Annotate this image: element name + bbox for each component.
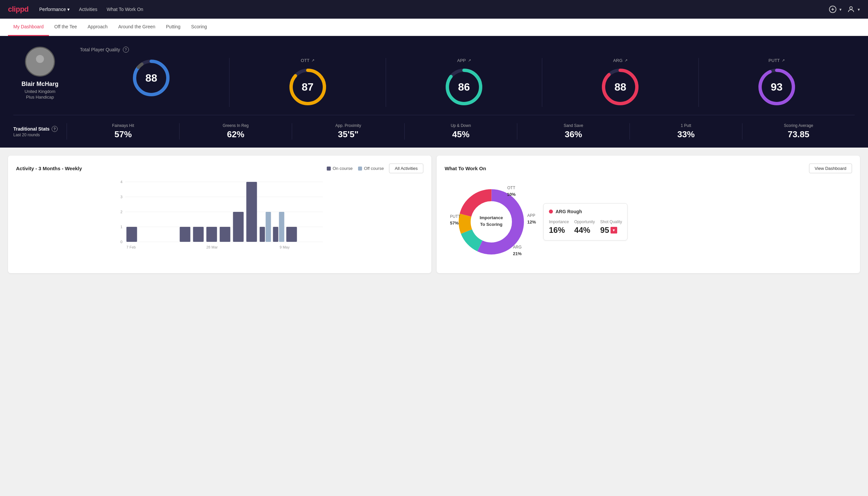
- tab-my-dashboard[interactable]: My Dashboard: [8, 19, 49, 36]
- svg-text:4: 4: [120, 180, 122, 184]
- gauge-ott-value: 87: [302, 81, 314, 93]
- scores-grid: 88 OTT ↗ 87: [80, 58, 855, 107]
- stat-fairways-hit: Fairways Hit 57%: [67, 123, 179, 140]
- app-logo[interactable]: clippd: [8, 5, 29, 14]
- hero-content: Blair McHarg United Kingdom Plus Handica…: [13, 47, 855, 107]
- legend-off-course-dot: [358, 167, 362, 171]
- chart-svg: 4 3 2 1 0: [16, 179, 423, 252]
- svg-rect-36: [266, 212, 271, 242]
- gauge-arg-value: 88: [615, 81, 627, 93]
- tab-around-the-green[interactable]: Around the Green: [113, 19, 160, 36]
- nav-what-to-work-on[interactable]: What To Work On: [107, 7, 143, 12]
- metric-opportunity: Opportunity 44%: [574, 219, 595, 235]
- nav-activities[interactable]: Activities: [79, 7, 97, 12]
- hero-section: Blair McHarg United Kingdom Plus Handica…: [0, 36, 868, 148]
- tab-bar: My Dashboard Off the Tee Approach Around…: [0, 19, 868, 36]
- gauge-app-value: 86: [458, 81, 470, 93]
- activity-card-header: Activity - 3 Months - Weekly On course O…: [16, 164, 423, 173]
- svg-text:0: 0: [120, 240, 122, 244]
- svg-text:APP: APP: [527, 213, 535, 218]
- view-dashboard-button[interactable]: View Dashboard: [809, 164, 852, 173]
- work-on-body: Importance To Scoring OTT 10% APP 12% AR…: [445, 179, 852, 265]
- player-info: Blair McHarg United Kingdom Plus Handica…: [13, 47, 67, 99]
- svg-text:OTT: OTT: [507, 186, 516, 190]
- work-on-card: What To Work On View Dashboard: [437, 156, 860, 273]
- svg-text:57%: 57%: [450, 220, 459, 226]
- svg-text:ARG: ARG: [513, 245, 522, 249]
- donut-chart: Importance To Scoring OTT 10% APP 12% AR…: [445, 179, 538, 265]
- all-activities-button[interactable]: All Activities: [389, 164, 423, 173]
- stat-app-proximity: App. Proximity 35'5": [292, 123, 404, 140]
- score-putt-label: PUTT ↗: [769, 58, 785, 63]
- tab-putting[interactable]: Putting: [160, 19, 186, 36]
- detail-card-title: ARG Rough: [549, 209, 622, 214]
- player-name: Blair McHarg: [21, 81, 58, 88]
- chart-legend: On course Off course: [327, 166, 384, 171]
- work-on-card-header: What To Work On View Dashboard: [445, 164, 852, 173]
- stat-greens-in-reg: Greens In Reg 62%: [179, 123, 292, 140]
- nav-links: Performance ▾ Activities What To Work On: [39, 7, 143, 12]
- trad-stats-label: Traditional Stats ? Last 20 rounds: [13, 126, 67, 137]
- gauge-ott: 87: [288, 67, 328, 107]
- score-arg: ARG ↗ 88: [542, 58, 698, 107]
- user-menu-button[interactable]: ▾: [847, 5, 860, 13]
- svg-rect-37: [273, 227, 279, 242]
- activity-title: Activity - 3 Months - Weekly: [16, 166, 82, 171]
- svg-rect-32: [220, 227, 231, 242]
- metric-importance: Importance 16%: [549, 219, 569, 235]
- player-handicap: Plus Handicap: [26, 95, 54, 99]
- svg-text:7 Feb: 7 Feb: [127, 245, 136, 249]
- hero-divider: [13, 115, 855, 115]
- svg-point-3: [850, 7, 852, 9]
- svg-text:28 Mar: 28 Mar: [206, 245, 218, 249]
- trad-stats-info-icon[interactable]: ?: [52, 126, 58, 132]
- add-button[interactable]: ▾: [829, 5, 842, 13]
- svg-rect-38: [279, 212, 284, 242]
- legend-on-course: On course: [327, 166, 353, 171]
- player-country: United Kingdom: [25, 89, 56, 94]
- chart-area: 4 3 2 1 0: [16, 179, 423, 252]
- svg-text:Importance: Importance: [480, 215, 503, 220]
- nav-right: ▾ ▾: [829, 5, 860, 13]
- gauge-arg: 88: [600, 67, 640, 107]
- svg-rect-31: [206, 227, 217, 242]
- detail-card: ARG Rough Importance 16% Opportunity 44%: [543, 203, 628, 241]
- score-arg-label: ARG ↗: [613, 58, 628, 63]
- score-app: APP ↗ 86: [386, 58, 542, 107]
- svg-rect-34: [247, 182, 257, 242]
- svg-point-4: [36, 55, 44, 63]
- legend-on-course-dot: [327, 167, 331, 171]
- svg-text:3: 3: [120, 195, 122, 199]
- svg-text:PUTT: PUTT: [450, 214, 461, 219]
- gauge-total: 88: [131, 58, 171, 98]
- nav-left: clippd Performance ▾ Activities What To …: [8, 5, 143, 14]
- shot-quality-down-arrow: ▼: [611, 227, 617, 233]
- svg-rect-29: [180, 227, 190, 242]
- svg-rect-33: [233, 212, 244, 242]
- tab-approach[interactable]: Approach: [82, 19, 113, 36]
- tab-scoring[interactable]: Scoring: [186, 19, 212, 36]
- work-on-title: What To Work On: [445, 166, 486, 171]
- svg-text:12%: 12%: [527, 219, 536, 224]
- metric-shot-quality: Shot Quality 95 ▼: [600, 219, 622, 235]
- top-nav: clippd Performance ▾ Activities What To …: [0, 0, 868, 19]
- gauge-total-value: 88: [145, 72, 157, 84]
- avatar: [25, 47, 55, 77]
- legend-off-course: Off course: [358, 166, 384, 171]
- svg-text:21%: 21%: [513, 251, 522, 256]
- nav-performance[interactable]: Performance ▾: [39, 7, 69, 12]
- svg-text:To Scoring: To Scoring: [480, 222, 503, 227]
- svg-rect-39: [286, 227, 297, 242]
- stat-one-putt: 1 Putt 33%: [630, 123, 742, 140]
- gauge-app: 86: [444, 67, 484, 107]
- score-ott: OTT ↗ 87: [230, 58, 386, 107]
- scores-info-icon[interactable]: ?: [123, 47, 129, 52]
- gauge-putt: 93: [757, 67, 797, 107]
- svg-text:9 May: 9 May: [280, 245, 290, 249]
- svg-text:2: 2: [120, 210, 122, 214]
- tab-off-the-tee[interactable]: Off the Tee: [49, 19, 82, 36]
- gauge-putt-value: 93: [771, 81, 783, 93]
- main-content: Activity - 3 Months - Weekly On course O…: [0, 148, 868, 281]
- traditional-stats: Traditional Stats ? Last 20 rounds Fairw…: [13, 123, 855, 140]
- score-total: 88: [80, 58, 230, 107]
